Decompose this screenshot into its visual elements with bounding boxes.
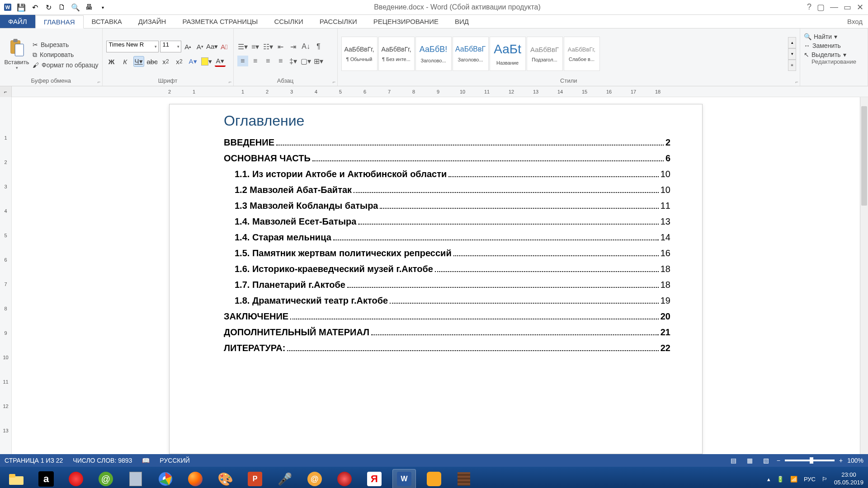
zoom-out-icon[interactable]: − (777, 457, 780, 464)
status-language[interactable]: РУССКИЙ (160, 457, 189, 464)
quick-print-icon[interactable]: 🖶 (84, 2, 94, 12)
ruler-corner[interactable]: ⌐ (0, 86, 12, 97)
tray-action-icon[interactable]: 🏳 (822, 476, 828, 483)
style-tile[interactable]: АаБtНазвание (490, 37, 526, 71)
align-center-icon[interactable]: ≡ (250, 56, 261, 66)
scrollbar-thumb[interactable] (861, 106, 867, 206)
taskbar-paint-icon[interactable]: 🎨 (213, 469, 237, 488)
tab-insert[interactable]: ВСТАВКА (84, 15, 130, 28)
shading-icon[interactable]: ▢▾ (301, 56, 311, 66)
taskbar-word-icon[interactable]: W (392, 469, 416, 488)
style-tile[interactable]: АаБбВвГг,Слабое в... (564, 37, 600, 71)
toc-entry[interactable]: 1.5. Памятник жертвам политических репре… (224, 248, 670, 258)
styles-launcher-icon[interactable]: ⌐ (796, 79, 798, 84)
taskbar-outlook-icon[interactable]: @ (303, 469, 326, 488)
tab-home[interactable]: ГЛАВНАЯ (35, 15, 84, 28)
style-tile[interactable]: АаБбВвГЗаголово... (453, 37, 489, 71)
toc-entry[interactable]: ВВЕДЕНИЕ2 (224, 137, 670, 148)
grow-font-icon[interactable]: A▴ (183, 41, 193, 52)
paragraph-launcher-icon[interactable]: ⌐ (333, 79, 335, 84)
bold-button[interactable]: Ж (106, 56, 117, 67)
copy-button[interactable]: ⧉Копировать (33, 51, 99, 59)
signin-link[interactable]: Вход (847, 15, 868, 28)
read-mode-icon[interactable]: ▤ (728, 456, 740, 465)
web-layout-icon[interactable]: ▧ (760, 456, 772, 465)
superscript-button[interactable]: x2 (174, 56, 185, 67)
style-tile[interactable]: АаБбВ!Заголово... (415, 37, 452, 71)
preview-icon[interactable]: 🔍 (71, 2, 80, 12)
paste-button[interactable]: Вставить ▾ (4, 33, 30, 75)
style-tile[interactable]: АаБбВвГПодзагол... (527, 37, 563, 71)
tab-file[interactable]: ФАЙЛ (0, 15, 35, 28)
replace-button[interactable]: ↔Заменить (804, 42, 864, 49)
subscript-button[interactable]: x2 (160, 56, 171, 67)
styles-more-icon[interactable]: ≡ (788, 60, 796, 71)
taskbar-powerpoint-icon[interactable]: P (243, 469, 267, 488)
italic-button[interactable]: К (120, 56, 131, 67)
tray-chevron-icon[interactable]: ▴ (767, 476, 770, 483)
clipboard-launcher-icon[interactable]: ⌐ (98, 79, 100, 84)
tab-design[interactable]: ДИЗАЙН (130, 15, 175, 28)
ruler-vertical[interactable]: 12345678910111213 (0, 97, 12, 454)
document-scroll[interactable]: Оглавление ВВЕДЕНИЕ2ОСНОВНАЯ ЧАСТЬ61.1. … (12, 97, 860, 454)
style-tile[interactable]: АаБбВвГг,¶ Обычный (341, 37, 377, 71)
sort-icon[interactable]: A↓ (301, 41, 311, 52)
undo-icon[interactable]: ↶ (30, 2, 40, 12)
redo-icon[interactable]: ↻ (43, 2, 53, 12)
increase-indent-icon[interactable]: ⇥ (288, 41, 299, 52)
vertical-scrollbar[interactable] (860, 97, 868, 454)
format-painter-button[interactable]: 🖌Формат по образцу (33, 61, 99, 69)
shrink-font-icon[interactable]: A▾ (195, 41, 206, 52)
taskbar-amazon-icon[interactable]: a (34, 469, 58, 488)
font-name-combo[interactable]: Times New R▾ (106, 41, 159, 52)
taskbar-mic-icon[interactable]: 🎤 (273, 469, 297, 488)
toc-entry[interactable]: ЛИТЕРАТУРА:22 (224, 343, 670, 353)
underline-button[interactable]: Ч▾ (133, 56, 144, 67)
taskbar-calculator-icon[interactable] (124, 469, 147, 488)
maximize-icon[interactable]: ▭ (844, 2, 851, 12)
taskbar-opera-icon[interactable] (64, 469, 88, 488)
bullets-icon[interactable]: ☰▾ (237, 41, 248, 52)
toc-entry[interactable]: 1.2 Мавзолей Абат-Байтак10 (224, 185, 670, 195)
qat-more-icon[interactable]: ▾ (98, 2, 108, 12)
help-icon[interactable]: ? (807, 2, 811, 12)
taskbar-firefox-icon[interactable] (184, 469, 207, 488)
select-button[interactable]: ↖Выделить ▾ (804, 51, 864, 58)
borders-icon[interactable]: ⊞▾ (313, 56, 324, 66)
justify-icon[interactable]: ≡ (275, 56, 286, 66)
ribbon-options-icon[interactable]: ▢ (817, 2, 825, 12)
font-color-icon[interactable]: A▾ (215, 56, 226, 67)
toc-entry[interactable]: 1.6. Историко-краеведческий музей г.Акто… (224, 264, 670, 274)
find-button[interactable]: 🔍Найти ▾ (804, 33, 864, 40)
taskbar-winrar-icon[interactable] (452, 469, 476, 488)
taskbar-explorer-icon[interactable] (5, 469, 28, 488)
new-doc-icon[interactable]: 🗋 (57, 2, 67, 12)
font-size-combo[interactable]: 11▾ (160, 41, 181, 52)
multilevel-icon[interactable]: ☷▾ (263, 41, 274, 52)
toc-entry[interactable]: 1.1. Из истории Актобе и Актюбинской обл… (224, 169, 670, 179)
status-words[interactable]: ЧИСЛО СЛОВ: 9893 (73, 457, 132, 464)
toc-entry[interactable]: 1.8. Драматический театр г.Актобе19 (224, 296, 670, 306)
toc-entry[interactable]: 1.4. Старая мельница14 (224, 232, 670, 243)
tray-network-icon[interactable]: 📶 (790, 476, 797, 483)
ruler-horizontal[interactable]: ⌐ 21123456789101112131415161718 (0, 86, 868, 97)
numbering-icon[interactable]: ≡▾ (250, 41, 261, 52)
save-icon[interactable]: 💾 (16, 2, 26, 12)
minimize-icon[interactable]: — (830, 2, 838, 12)
strikethrough-button[interactable]: abc (147, 56, 158, 67)
taskbar-mail-icon[interactable]: @ (94, 469, 118, 488)
cut-button[interactable]: ✂Вырезать (33, 41, 99, 48)
tab-references[interactable]: ССЫЛКИ (266, 15, 311, 28)
toc-entry[interactable]: ДОПОЛНИТЕЛЬНЫЙ МАТЕРИАЛ21 (224, 327, 670, 338)
tray-lang[interactable]: РУС (804, 476, 816, 483)
text-effects-icon[interactable]: A▾ (188, 56, 198, 67)
align-right-icon[interactable]: ≡ (263, 56, 274, 66)
close-icon[interactable]: ✕ (857, 2, 863, 12)
align-left-icon[interactable]: ≡ (237, 56, 248, 66)
print-layout-icon[interactable]: ▦ (744, 456, 756, 465)
line-spacing-icon[interactable]: ‡▾ (288, 56, 299, 66)
status-page[interactable]: СТРАНИЦА 1 ИЗ 22 (5, 457, 63, 464)
toc-entry[interactable]: 1.3 Мавзолей Кобланды батыра11 (224, 201, 670, 211)
page[interactable]: Оглавление ВВЕДЕНИЕ2ОСНОВНАЯ ЧАСТЬ61.1. … (169, 104, 703, 454)
clear-format-icon[interactable]: Aͯ (219, 41, 230, 52)
